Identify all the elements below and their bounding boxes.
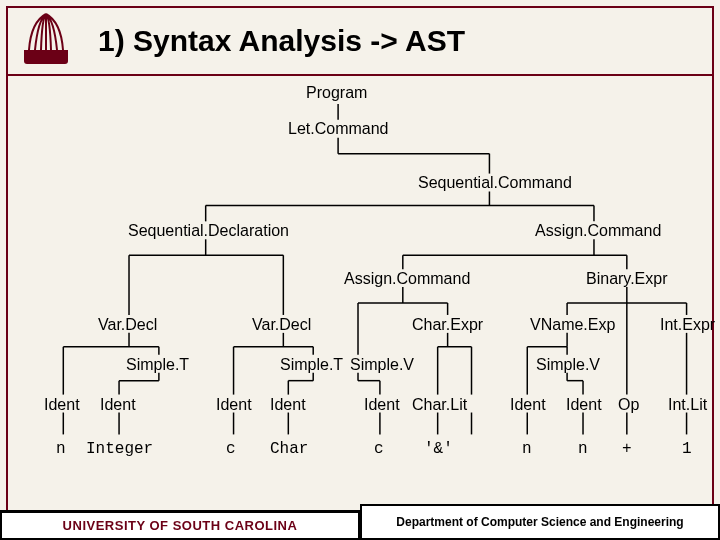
node-ident1: Ident <box>100 396 136 414</box>
node-seqdecl: Sequential.Declaration <box>128 222 289 240</box>
node-op: Op <box>618 396 639 414</box>
node-vardecl1: Var.Decl <box>98 316 157 334</box>
node-simplev1: Simple.V <box>350 356 414 374</box>
node-charexpr: Char.Expr <box>412 316 483 334</box>
node-binaryexpr: Binary.Expr <box>586 270 668 288</box>
node-simplev2: Simple.V <box>536 356 600 374</box>
slide-title: 1) Syntax Analysis -> AST <box>98 24 465 58</box>
university-logo <box>16 12 76 72</box>
leaf-char: Char <box>270 440 308 458</box>
node-vardecl2: Var.Decl <box>252 316 311 334</box>
node-charlit: Char.Lit <box>412 396 467 414</box>
header: 1) Syntax Analysis -> AST <box>8 8 712 76</box>
leaf-integer: Integer <box>86 440 153 458</box>
leaf-c2: c <box>374 440 384 458</box>
leaf-1: 1 <box>682 440 692 458</box>
leaf-n3: n <box>578 440 588 458</box>
node-ident5: Ident <box>510 396 546 414</box>
node-assigncmd2: Assign.Command <box>344 270 470 288</box>
node-ident2: Ident <box>216 396 252 414</box>
leaf-n: n <box>56 440 66 458</box>
leaf-plus: + <box>622 440 632 458</box>
node-program: Program <box>306 84 367 102</box>
footer-university: UNIVERSITY OF SOUTH CAROLINA <box>0 510 360 540</box>
footer-department: Department of Computer Science and Engin… <box>360 504 720 540</box>
node-intlit: Int.Lit <box>668 396 707 414</box>
node-intexpr: Int.Expr <box>660 316 715 334</box>
node-simplet1: Simple.T <box>126 356 189 374</box>
node-assigncmd1: Assign.Command <box>535 222 661 240</box>
node-vnameexp: VName.Exp <box>530 316 615 334</box>
leaf-n2: n <box>522 440 532 458</box>
leaf-c1: c <box>226 440 236 458</box>
leaf-amp: '&' <box>424 440 453 458</box>
node-ident4: Ident <box>364 396 400 414</box>
node-simplet2: Simple.T <box>280 356 343 374</box>
node-ident0: Ident <box>44 396 80 414</box>
node-ident3: Ident <box>270 396 306 414</box>
node-ident6: Ident <box>566 396 602 414</box>
footer: UNIVERSITY OF SOUTH CAROLINA Department … <box>0 500 720 540</box>
node-letcommand: Let.Command <box>288 120 389 138</box>
node-seqcommand: Sequential.Command <box>418 174 572 192</box>
ast-diagram: Program Let.Command Sequential.Command S… <box>8 76 712 532</box>
